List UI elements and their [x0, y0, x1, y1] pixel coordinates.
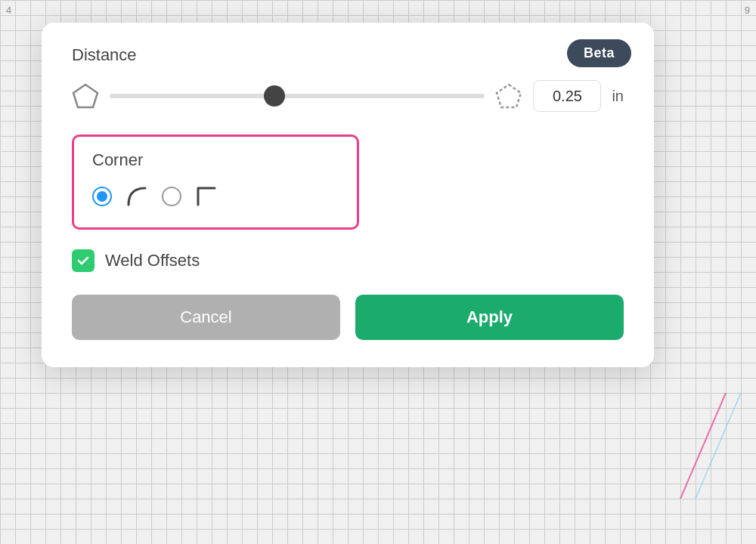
distance-unit: in	[612, 88, 624, 105]
buttons-row: Cancel Apply	[72, 295, 624, 340]
distance-value-input[interactable]	[533, 80, 601, 112]
radio-sharp[interactable]	[162, 187, 181, 206]
corner-label-tr: 9	[745, 5, 750, 16]
sharp-corner-icon	[192, 182, 221, 211]
weld-offsets-label: Weld Offsets	[105, 251, 200, 270]
pentagon-solid-icon	[72, 82, 99, 110]
dialog-panel: Beta Distance in Corner	[42, 23, 654, 367]
corner-options	[92, 182, 339, 211]
distance-row: in	[72, 80, 624, 112]
svg-marker-0	[73, 85, 98, 107]
corner-label: Corner	[92, 150, 339, 170]
distance-slider[interactable]	[110, 94, 485, 98]
distance-label: Distance	[72, 45, 624, 65]
checkmark-icon	[76, 254, 90, 267]
weld-offsets-checkbox[interactable]	[72, 249, 94, 272]
svg-marker-1	[497, 85, 521, 107]
corner-section: Corner	[72, 134, 359, 230]
corner-option-sharp[interactable]	[162, 187, 181, 206]
pentagon-dashed-icon	[495, 82, 522, 110]
slider-thumb[interactable]	[264, 85, 285, 107]
radio-rounded[interactable]	[92, 187, 112, 206]
cancel-button[interactable]: Cancel	[72, 295, 340, 340]
corner-option-rounded[interactable]	[92, 187, 112, 206]
corner-label-tl: 4	[6, 5, 11, 16]
apply-button[interactable]: Apply	[355, 295, 624, 340]
slider-track	[110, 94, 485, 98]
beta-badge: Beta	[567, 39, 631, 67]
weld-offsets-row: Weld Offsets	[72, 249, 624, 272]
rounded-corner-icon	[122, 182, 151, 211]
